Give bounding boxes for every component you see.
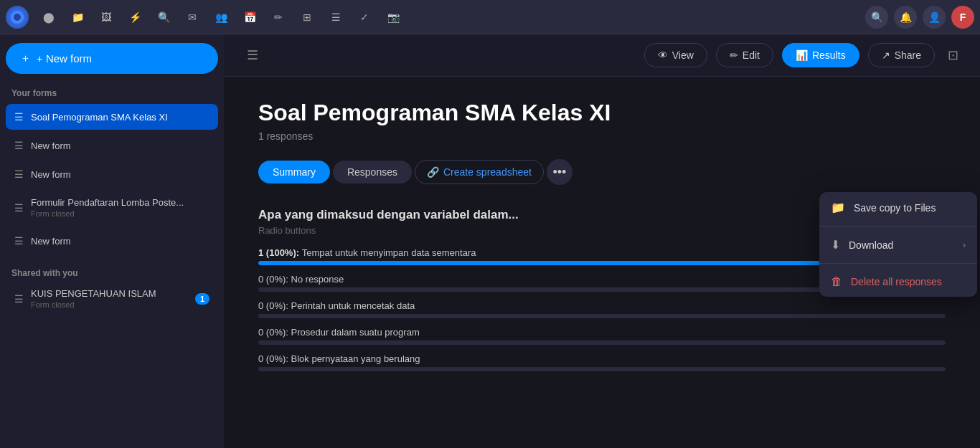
- responses-tab[interactable]: Responses: [333, 161, 412, 184]
- share-button[interactable]: ↗ Share: [868, 43, 935, 67]
- shared-section: Shared with you ☰ KUIS PENGETAHUAN ISLAM…: [6, 262, 218, 316]
- expand-button[interactable]: ⊡: [943, 44, 963, 66]
- new-form-label: + New form: [37, 52, 92, 65]
- share-icon: ↗: [882, 49, 890, 61]
- sidebar-item-label: New form: [31, 236, 71, 247]
- link-icon: 🔗: [427, 166, 439, 178]
- search-btn[interactable]: 🔍: [865, 6, 888, 29]
- expand-icon: ⊡: [948, 48, 958, 62]
- badge-count: 1: [195, 293, 209, 305]
- list-icon: ☰: [14, 202, 24, 214]
- ellipsis-icon: •••: [552, 165, 566, 180]
- bell-btn[interactable]: 🔔: [894, 6, 917, 29]
- sidebar-item-new1[interactable]: ☰ New form: [6, 133, 218, 158]
- list-icon: ☰: [14, 168, 24, 180]
- sidebar: ＋ + New form Your forms ☰ Soal Pemograma…: [0, 34, 224, 448]
- dropdown-download[interactable]: ⬇ Download ›: [819, 229, 977, 260]
- response-bar-4: 0 (0%): Blok pernyataan yang berulang: [258, 353, 946, 371]
- collapse-icon: ☰: [247, 48, 258, 62]
- bar-track-2: [258, 314, 946, 318]
- bar-track-3: [258, 340, 946, 345]
- sidebar-item-label: New form: [31, 140, 71, 151]
- more-options-button[interactable]: •••: [547, 159, 573, 185]
- sidebar-item-label: Formulir Pendaftaran Lomba Poste...: [31, 197, 184, 208]
- nav-icon-image[interactable]: 🖼: [98, 9, 115, 26]
- edit-label: Edit: [743, 49, 760, 61]
- main-layout: ＋ + New form Your forms ☰ Soal Pemograma…: [0, 34, 980, 448]
- list-icon: ☰: [14, 293, 24, 305]
- topbar-right: 🔍 🔔 👤 F: [865, 6, 974, 29]
- nav-icon-mail[interactable]: ✉: [184, 9, 201, 26]
- your-forms-section-label: Your forms: [6, 82, 218, 101]
- response-bar-3: 0 (0%): Prosedur dalam suatu program: [258, 327, 946, 345]
- save-copy-label: Save copy to Files: [854, 202, 936, 214]
- bar-track-4: [258, 367, 946, 371]
- response-count: 1 responses: [258, 130, 946, 142]
- sidebar-item-label: KUIS PENGETAHUAN ISLAM: [31, 288, 156, 299]
- eye-icon: 👁: [658, 49, 668, 61]
- bar-chart-icon: 📊: [796, 49, 808, 61]
- nav-icon-pencil[interactable]: ✏: [270, 9, 287, 26]
- content-area: ☰ 👁 View ✏ Edit 📊 Results ↗ Share ⊡: [224, 34, 980, 448]
- dropdown-divider-2: [819, 263, 977, 264]
- results-tab-button[interactable]: 📊 Results: [782, 43, 859, 67]
- list-icon: ☰: [14, 111, 24, 123]
- trash-icon: 🗑: [831, 275, 842, 288]
- dropdown-divider-1: [819, 226, 977, 227]
- delete-label: Delete all responses: [851, 276, 942, 287]
- sidebar-item-new3[interactable]: ☰ New form: [6, 228, 218, 254]
- sidebar-item-sublabel: Form closed: [31, 209, 209, 218]
- list-icon: ☰: [14, 140, 24, 151]
- create-spreadsheet-button[interactable]: 🔗 Create spreadsheet: [415, 160, 544, 184]
- sidebar-item-label: New form: [31, 169, 71, 180]
- dropdown-delete[interactable]: 🗑 Delete all responses: [819, 267, 977, 297]
- nav-icon-list[interactable]: ☰: [327, 9, 344, 26]
- results-label: Results: [812, 49, 846, 61]
- plus-icon: ＋: [20, 52, 31, 65]
- sidebar-item-new2[interactable]: ☰ New form: [6, 161, 218, 187]
- share-label: Share: [895, 49, 921, 61]
- topbar: ⬤ 📁 🖼 ⚡ 🔍 ✉ 👥 📅 ✏ ⊞ ☰ ✓ 📷 🔍 🔔 👤 F: [0, 0, 980, 34]
- chevron-right-icon: ›: [963, 240, 966, 250]
- shared-with-you-label: Shared with you: [6, 262, 218, 281]
- nav-icon-circle[interactable]: ⬤: [40, 9, 57, 26]
- download-label: Download: [849, 239, 893, 251]
- pencil-icon: ✏: [730, 49, 738, 61]
- view-tab-button[interactable]: 👁 View: [644, 43, 707, 67]
- nav-icon-people[interactable]: 👥: [212, 9, 230, 26]
- dropdown-save-copy[interactable]: 📁 Save copy to Files: [819, 192, 977, 223]
- sidebar-item-kuis[interactable]: ☰ KUIS PENGETAHUAN ISLAM Form closed 1: [6, 281, 218, 316]
- response-bar-2: 0 (0%): Perintah untuk mencetak data: [258, 300, 946, 318]
- collapse-sidebar-button[interactable]: ☰: [241, 44, 264, 66]
- nav-icon-check[interactable]: ✓: [356, 9, 373, 26]
- nav-icon-camera[interactable]: 📷: [385, 9, 402, 26]
- sidebar-item-formulir[interactable]: ☰ Formulir Pendaftaran Lomba Poste... Fo…: [6, 190, 218, 225]
- nav-icon-search[interactable]: 🔍: [155, 9, 172, 26]
- user-btn[interactable]: 👤: [923, 6, 946, 29]
- sidebar-item-sublabel: Form closed: [31, 300, 188, 309]
- new-form-button[interactable]: ＋ + New form: [6, 43, 218, 74]
- nav-icon-lightning[interactable]: ⚡: [126, 9, 143, 26]
- response-bar-label-3: 0 (0%): Prosedur dalam suatu program: [258, 327, 946, 338]
- nav-icon-folder[interactable]: 📁: [69, 9, 86, 26]
- download-icon: ⬇: [831, 238, 840, 252]
- response-tabs-row: Summary Responses 🔗 Create spreadsheet •…: [258, 159, 946, 185]
- form-title: Soal Pemograman SMA Kelas XI: [258, 100, 946, 126]
- svg-point-1: [14, 14, 21, 21]
- sidebar-item-label: Soal Pemograman SMA Kelas XI: [31, 112, 168, 123]
- dropdown-menu: 📁 Save copy to Files ⬇ Download › 🗑 Dele…: [819, 192, 977, 297]
- nav-icon-calendar[interactable]: 📅: [241, 9, 258, 26]
- folder-icon: 📁: [831, 201, 845, 214]
- create-spreadsheet-label: Create spreadsheet: [443, 166, 532, 178]
- user-avatar[interactable]: F: [951, 6, 974, 29]
- response-bar-label-4: 0 (0%): Blok pernyataan yang berulang: [258, 353, 946, 364]
- edit-tab-button[interactable]: ✏ Edit: [716, 43, 773, 67]
- view-label: View: [672, 49, 694, 61]
- sidebar-item-soal[interactable]: ☰ Soal Pemograman SMA Kelas XI: [6, 104, 218, 130]
- nav-icon-grid[interactable]: ⊞: [298, 9, 316, 26]
- content-header: ☰ 👁 View ✏ Edit 📊 Results ↗ Share ⊡: [224, 34, 980, 77]
- summary-tab[interactable]: Summary: [258, 161, 330, 184]
- list-icon: ☰: [14, 235, 24, 247]
- app-logo[interactable]: [6, 6, 29, 29]
- response-bar-label-2: 0 (0%): Perintah untuk mencetak data: [258, 300, 946, 311]
